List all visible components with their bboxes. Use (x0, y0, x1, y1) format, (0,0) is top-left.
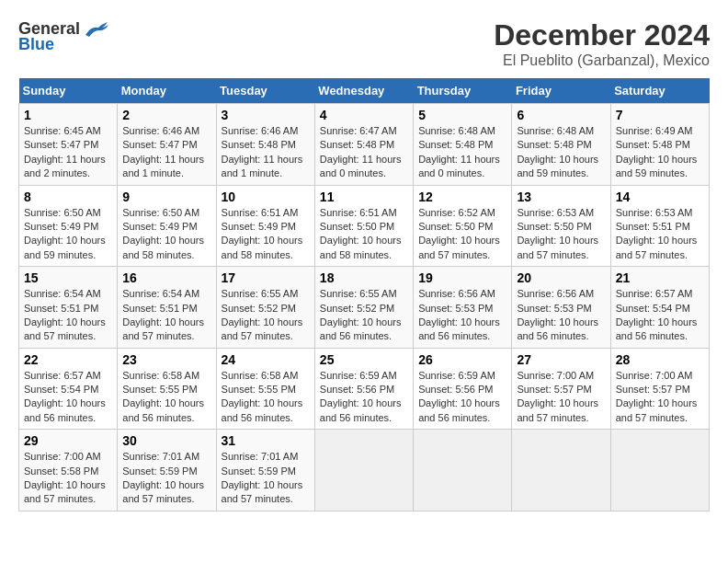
calendar-cell: 18Sunrise: 6:55 AM Sunset: 5:52 PM Dayli… (314, 267, 413, 349)
day-number: 28 (616, 352, 704, 367)
day-info: Sunrise: 6:58 AM Sunset: 5:55 PM Dayligh… (122, 370, 204, 423)
day-info: Sunrise: 7:00 AM Sunset: 5:57 PM Dayligh… (616, 370, 698, 423)
day-number: 21 (616, 270, 704, 285)
calendar-cell: 3Sunrise: 6:46 AM Sunset: 5:48 PM Daylig… (216, 104, 314, 186)
calendar-table: SundayMondayTuesdayWednesdayThursdayFrid… (18, 78, 710, 511)
page-title: December 2024 (494, 18, 710, 52)
calendar-cell: 16Sunrise: 6:54 AM Sunset: 5:51 PM Dayli… (118, 267, 216, 349)
calendar-cell (610, 430, 709, 511)
logo-blue: Blue (18, 35, 54, 54)
calendar-cell: 1Sunrise: 6:45 AM Sunset: 5:47 PM Daylig… (19, 104, 118, 186)
calendar-header-sunday: Sunday (19, 78, 118, 104)
calendar-cell (512, 430, 610, 511)
logo: General Blue (18, 18, 109, 54)
day-number: 20 (517, 270, 605, 285)
day-number: 8 (24, 190, 112, 204)
day-info: Sunrise: 6:50 AM Sunset: 5:49 PM Dayligh… (24, 207, 106, 260)
calendar-cell (414, 430, 512, 511)
day-number: 15 (24, 270, 112, 285)
calendar-cell: 7Sunrise: 6:49 AM Sunset: 5:48 PM Daylig… (610, 104, 709, 186)
day-number: 22 (24, 352, 112, 367)
day-info: Sunrise: 6:54 AM Sunset: 5:51 PM Dayligh… (24, 288, 106, 341)
calendar-header-tuesday: Tuesday (216, 78, 314, 104)
day-info: Sunrise: 6:57 AM Sunset: 5:54 PM Dayligh… (616, 288, 698, 341)
calendar-cell: 23Sunrise: 6:58 AM Sunset: 5:55 PM Dayli… (118, 348, 216, 430)
calendar-cell: 17Sunrise: 6:55 AM Sunset: 5:52 PM Dayli… (216, 267, 314, 349)
calendar-week-row: 15Sunrise: 6:54 AM Sunset: 5:51 PM Dayli… (19, 267, 710, 349)
calendar-cell: 10Sunrise: 6:51 AM Sunset: 5:49 PM Dayli… (216, 185, 314, 267)
calendar-cell: 5Sunrise: 6:48 AM Sunset: 5:48 PM Daylig… (414, 104, 512, 186)
day-info: Sunrise: 6:56 AM Sunset: 5:53 PM Dayligh… (418, 288, 500, 341)
calendar-header-thursday: Thursday (414, 78, 512, 104)
day-info: Sunrise: 6:59 AM Sunset: 5:56 PM Dayligh… (320, 370, 402, 423)
day-number: 18 (320, 270, 408, 285)
day-number: 26 (418, 352, 506, 367)
day-info: Sunrise: 7:01 AM Sunset: 5:59 PM Dayligh… (222, 451, 303, 504)
header: General Blue December 2024 El Pueblito (… (18, 18, 710, 69)
calendar-cell: 11Sunrise: 6:51 AM Sunset: 5:50 PM Dayli… (314, 185, 413, 267)
calendar-cell: 24Sunrise: 6:58 AM Sunset: 5:55 PM Dayli… (216, 348, 314, 430)
logo-bird-icon (82, 18, 109, 39)
day-info: Sunrise: 7:00 AM Sunset: 5:57 PM Dayligh… (517, 370, 598, 423)
day-number: 1 (24, 108, 112, 122)
day-info: Sunrise: 6:58 AM Sunset: 5:55 PM Dayligh… (222, 370, 303, 423)
day-number: 30 (122, 433, 210, 448)
day-info: Sunrise: 6:49 AM Sunset: 5:48 PM Dayligh… (616, 125, 698, 178)
day-number: 13 (517, 190, 605, 204)
calendar-header-wednesday: Wednesday (314, 78, 413, 104)
day-info: Sunrise: 7:01 AM Sunset: 5:59 PM Dayligh… (122, 451, 204, 504)
calendar-cell: 9Sunrise: 6:50 AM Sunset: 5:49 PM Daylig… (118, 185, 216, 267)
day-number: 7 (616, 108, 704, 122)
day-info: Sunrise: 6:48 AM Sunset: 5:48 PM Dayligh… (418, 125, 500, 178)
calendar-cell: 2Sunrise: 6:46 AM Sunset: 5:47 PM Daylig… (118, 104, 216, 186)
day-info: Sunrise: 6:55 AM Sunset: 5:52 PM Dayligh… (222, 288, 303, 341)
day-info: Sunrise: 6:57 AM Sunset: 5:54 PM Dayligh… (24, 370, 106, 423)
calendar-cell: 31Sunrise: 7:01 AM Sunset: 5:59 PM Dayli… (216, 430, 314, 511)
day-number: 14 (616, 190, 704, 204)
day-number: 10 (222, 190, 310, 204)
day-info: Sunrise: 6:53 AM Sunset: 5:50 PM Dayligh… (517, 207, 598, 260)
day-number: 3 (222, 108, 310, 122)
calendar-cell: 28Sunrise: 7:00 AM Sunset: 5:57 PM Dayli… (610, 348, 709, 430)
day-number: 11 (320, 190, 408, 204)
calendar-cell: 15Sunrise: 6:54 AM Sunset: 5:51 PM Dayli… (19, 267, 118, 349)
day-number: 17 (222, 270, 310, 285)
day-info: Sunrise: 6:45 AM Sunset: 5:47 PM Dayligh… (24, 125, 106, 178)
day-number: 19 (418, 270, 506, 285)
calendar-week-row: 29Sunrise: 7:00 AM Sunset: 5:58 PM Dayli… (19, 430, 710, 511)
day-info: Sunrise: 6:47 AM Sunset: 5:48 PM Dayligh… (320, 125, 402, 178)
day-info: Sunrise: 6:48 AM Sunset: 5:48 PM Dayligh… (517, 125, 598, 178)
day-number: 12 (418, 190, 506, 204)
day-info: Sunrise: 6:51 AM Sunset: 5:49 PM Dayligh… (222, 207, 303, 260)
calendar-cell: 30Sunrise: 7:01 AM Sunset: 5:59 PM Dayli… (118, 430, 216, 511)
day-number: 25 (320, 352, 408, 367)
calendar-week-row: 22Sunrise: 6:57 AM Sunset: 5:54 PM Dayli… (19, 348, 710, 430)
calendar-cell: 26Sunrise: 6:59 AM Sunset: 5:56 PM Dayli… (414, 348, 512, 430)
calendar-header-friday: Friday (512, 78, 610, 104)
calendar-header-monday: Monday (118, 78, 216, 104)
day-number: 16 (122, 270, 210, 285)
day-info: Sunrise: 7:00 AM Sunset: 5:58 PM Dayligh… (24, 451, 106, 504)
calendar-cell: 21Sunrise: 6:57 AM Sunset: 5:54 PM Dayli… (610, 267, 709, 349)
day-number: 24 (222, 352, 310, 367)
calendar-cell: 8Sunrise: 6:50 AM Sunset: 5:49 PM Daylig… (19, 185, 118, 267)
title-area: December 2024 El Pueblito (Garbanzal), M… (494, 18, 710, 69)
calendar-cell: 13Sunrise: 6:53 AM Sunset: 5:50 PM Dayli… (512, 185, 610, 267)
day-number: 23 (122, 352, 210, 367)
day-info: Sunrise: 6:56 AM Sunset: 5:53 PM Dayligh… (517, 288, 598, 341)
calendar-cell (314, 430, 413, 511)
day-info: Sunrise: 6:59 AM Sunset: 5:56 PM Dayligh… (418, 370, 500, 423)
calendar-week-row: 8Sunrise: 6:50 AM Sunset: 5:49 PM Daylig… (19, 185, 710, 267)
day-number: 4 (320, 108, 408, 122)
day-info: Sunrise: 6:51 AM Sunset: 5:50 PM Dayligh… (320, 207, 402, 260)
calendar-cell: 20Sunrise: 6:56 AM Sunset: 5:53 PM Dayli… (512, 267, 610, 349)
day-info: Sunrise: 6:55 AM Sunset: 5:52 PM Dayligh… (320, 288, 402, 341)
calendar-header-saturday: Saturday (610, 78, 709, 104)
day-number: 31 (222, 433, 310, 448)
calendar-cell: 6Sunrise: 6:48 AM Sunset: 5:48 PM Daylig… (512, 104, 610, 186)
calendar-cell: 19Sunrise: 6:56 AM Sunset: 5:53 PM Dayli… (414, 267, 512, 349)
day-info: Sunrise: 6:54 AM Sunset: 5:51 PM Dayligh… (122, 288, 204, 341)
calendar-week-row: 1Sunrise: 6:45 AM Sunset: 5:47 PM Daylig… (19, 104, 710, 186)
calendar-cell: 27Sunrise: 7:00 AM Sunset: 5:57 PM Dayli… (512, 348, 610, 430)
calendar-header-row: SundayMondayTuesdayWednesdayThursdayFrid… (19, 78, 710, 104)
